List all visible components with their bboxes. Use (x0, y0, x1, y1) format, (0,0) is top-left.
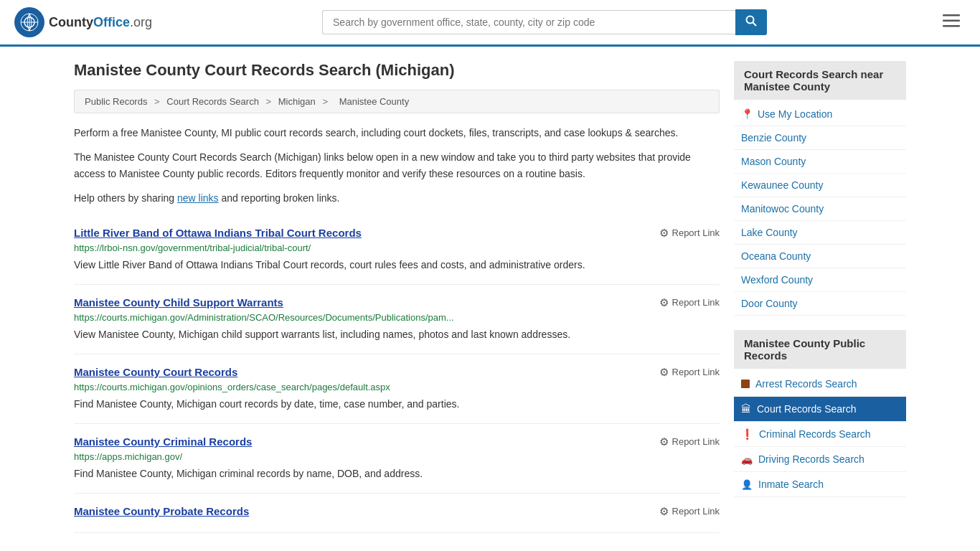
report-link-4[interactable]: ⚙ Report Link (659, 505, 720, 518)
nearby-link-0[interactable]: Benzie County (734, 126, 906, 150)
pubrecord-label-1: Court Records Search (757, 403, 857, 415)
result-desc-3: Find Manistee County, Michigan criminal … (74, 466, 720, 481)
logo-area: CountyOffice.org (14, 7, 152, 37)
report-icon-3: ⚙ (659, 435, 669, 448)
pubrecord-item-0[interactable]: Arrest Records Search (734, 372, 906, 397)
breadcrumb-court-records[interactable]: Court Records Search (166, 96, 259, 107)
main-container: Manistee County Court Records Search (Mi… (60, 47, 920, 533)
nearby-link-7[interactable]: Door County (734, 292, 906, 316)
nearby-title: Court Records Search near Manistee Count… (734, 61, 906, 100)
report-link-2[interactable]: ⚙ Report Link (659, 366, 720, 379)
result-header: Manistee County Child Support Warrants ⚙… (74, 296, 720, 309)
svg-rect-8 (943, 25, 960, 27)
pubrecord-item-3[interactable]: 🚗Driving Records Search (734, 447, 906, 472)
page-title: Manistee County Court Records Search (Mi… (74, 61, 720, 80)
pubrecord-item-1[interactable]: 🏛Court Records Search (734, 397, 906, 422)
result-header: Manistee County Court Records ⚙ Report L… (74, 366, 720, 379)
result-url-0[interactable]: https://lrboi-nsn.gov/government/tribal-… (74, 242, 720, 253)
result-url-3[interactable]: https://apps.michigan.gov/ (74, 451, 720, 462)
description-3: Help others by sharing new links and rep… (74, 190, 720, 206)
criminal-icon: ❗ (741, 428, 753, 440)
header: CountyOffice.org (0, 0, 980, 47)
desc3-pre: Help others by sharing (74, 192, 177, 204)
breadcrumb-sep3: > (322, 96, 330, 107)
report-link-3[interactable]: ⚙ Report Link (659, 435, 720, 448)
use-location-label: Use My Location (758, 108, 832, 120)
breadcrumb-sep1: > (154, 96, 162, 107)
result-title-3[interactable]: Manistee County Criminal Records (74, 435, 252, 448)
new-links-link[interactable]: new links (177, 192, 219, 204)
use-location-btn[interactable]: 📍 Use My Location (734, 103, 906, 126)
logo-ext: .org (130, 15, 152, 29)
search-button[interactable] (735, 9, 767, 35)
breadcrumb: Public Records > Court Records Search > … (74, 90, 720, 113)
nearby-link-5[interactable]: Oceana County (734, 245, 906, 268)
nearby-link-1[interactable]: Mason County (734, 150, 906, 174)
desc3-post: and reporting broken links. (219, 192, 340, 204)
nearby-section: Court Records Search near Manistee Count… (734, 61, 906, 316)
result-desc-1: View Manistee County, Michigan child sup… (74, 327, 720, 342)
svg-rect-7 (943, 20, 960, 22)
result-header: Manistee County Criminal Records ⚙ Repor… (74, 435, 720, 448)
svg-point-4 (747, 17, 754, 24)
pubrecords-title: Manistee County Public Records (734, 330, 906, 369)
result-header: Manistee County Probate Records ⚙ Report… (74, 505, 720, 518)
report-icon-0: ⚙ (659, 227, 669, 240)
result-item: Manistee County Criminal Records ⚙ Repor… (74, 424, 720, 494)
result-title-1[interactable]: Manistee County Child Support Warrants (74, 296, 283, 309)
result-title-2[interactable]: Manistee County Court Records (74, 366, 237, 378)
inmate-icon: 👤 (741, 479, 753, 490)
logo-text: CountyOffice.org (49, 15, 152, 30)
nearby-link-6[interactable]: Wexford County (734, 268, 906, 292)
court-icon: 🏛 (741, 403, 751, 415)
report-link-1[interactable]: ⚙ Report Link (659, 296, 720, 309)
menu-button[interactable] (937, 10, 966, 34)
description-1: Perform a free Manistee County, MI publi… (74, 125, 720, 141)
description-2: The Manistee County Court Records Search… (74, 149, 720, 182)
result-desc-0: View Little River Band of Ottawa Indians… (74, 258, 720, 273)
nearby-link-2[interactable]: Kewaunee County (734, 174, 906, 197)
logo-office: Office (93, 15, 130, 29)
report-icon-1: ⚙ (659, 296, 669, 309)
content-area: Manistee County Court Records Search (Mi… (74, 61, 720, 533)
pubrecord-item-4[interactable]: 👤Inmate Search (734, 472, 906, 497)
nearby-link-3[interactable]: Manitowoc County (734, 197, 906, 221)
result-header: Little River Band of Ottawa Indians Trib… (74, 227, 720, 240)
result-item: Little River Band of Ottawa Indians Trib… (74, 215, 720, 285)
nearby-link-4[interactable]: Lake County (734, 221, 906, 245)
report-link-0[interactable]: ⚙ Report Link (659, 227, 720, 240)
logo-icon (14, 7, 44, 37)
result-desc-2: Find Manistee County, Michigan court rec… (74, 397, 720, 412)
pubrecord-label-4: Inmate Search (758, 479, 824, 490)
location-icon: 📍 (741, 108, 753, 120)
pubrecord-label-3: Driving Records Search (758, 453, 864, 465)
breadcrumb-current: Manistee County (339, 96, 410, 107)
search-area (322, 9, 767, 35)
pubrecords-list: Arrest Records Search🏛Court Records Sear… (734, 372, 906, 497)
driving-icon: 🚗 (741, 454, 753, 465)
pubrecord-label-2: Criminal Records Search (759, 428, 871, 440)
pubrecords-section: Manistee County Public Records Arrest Re… (734, 330, 906, 497)
result-title-0[interactable]: Little River Band of Ottawa Indians Trib… (74, 227, 362, 239)
result-url-1[interactable]: https://courts.michigan.gov/Administrati… (74, 312, 720, 323)
result-title-4[interactable]: Manistee County Probate Records (74, 505, 249, 517)
result-item: Manistee County Court Records ⚙ Report L… (74, 354, 720, 424)
report-icon-4: ⚙ (659, 505, 669, 518)
result-url-2[interactable]: https://courts.michigan.gov/opinions_ord… (74, 382, 720, 392)
arrest-icon (741, 380, 750, 388)
result-item: Manistee County Probate Records ⚙ Report… (74, 494, 720, 533)
breadcrumb-michigan[interactable]: Michigan (278, 96, 316, 107)
svg-line-5 (753, 23, 757, 27)
breadcrumb-sep2: > (266, 96, 274, 107)
nearby-links-list: Benzie CountyMason CountyKewaunee County… (734, 126, 906, 316)
results-container: Little River Band of Ottawa Indians Trib… (74, 215, 720, 533)
pubrecord-item-2[interactable]: ❗Criminal Records Search (734, 422, 906, 447)
search-input[interactable] (322, 10, 735, 34)
report-icon-2: ⚙ (659, 366, 669, 379)
breadcrumb-public-records[interactable]: Public Records (85, 96, 147, 107)
pubrecord-label-0: Arrest Records Search (755, 378, 857, 390)
result-item: Manistee County Child Support Warrants ⚙… (74, 285, 720, 354)
sidebar: Court Records Search near Manistee Count… (734, 61, 906, 533)
svg-rect-6 (943, 14, 960, 17)
